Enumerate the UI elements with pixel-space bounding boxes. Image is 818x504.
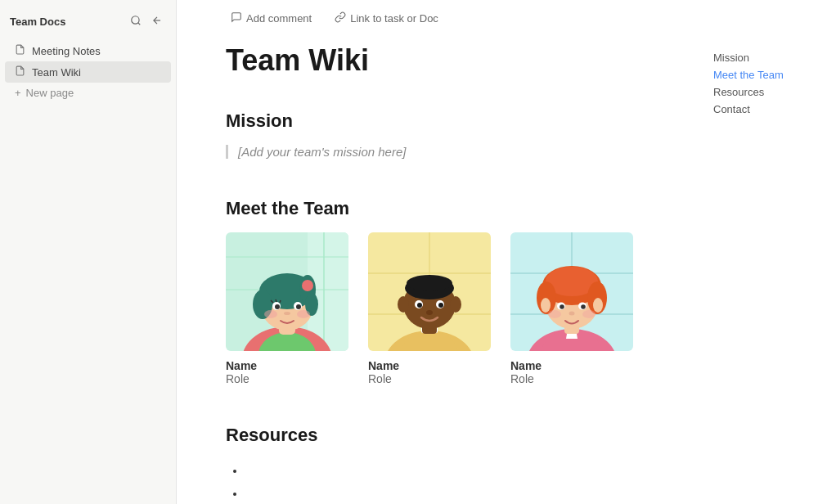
- svg-point-14: [302, 280, 313, 291]
- svg-point-64: [582, 310, 596, 318]
- mission-section: Mission [Add your team's mission here]: [226, 110, 654, 159]
- content-area: Add comment Link to task or Doc Team Wik…: [177, 0, 703, 504]
- svg-point-42: [426, 310, 433, 315]
- sidebar-item-label: Team Wiki: [32, 66, 81, 79]
- sidebar-item-meeting-notes[interactable]: Meeting Notes: [5, 40, 171, 61]
- svg-point-43: [398, 296, 409, 313]
- resources-section: Resources: [226, 425, 654, 504]
- sidebar: Team Docs Meeting Notes Team Wiki + New …: [0, 0, 177, 504]
- member-2-role: Role: [368, 372, 491, 385]
- team-section: Meet the Team: [226, 198, 654, 385]
- svg-point-66: [593, 298, 603, 313]
- svg-line-1: [138, 23, 141, 25]
- member-2-name: Name: [368, 359, 491, 372]
- list-item[interactable]: [245, 459, 654, 482]
- svg-point-20: [296, 304, 301, 309]
- new-page-button[interactable]: + New page: [5, 83, 171, 103]
- main-area: Add comment Link to task or Doc Team Wik…: [177, 0, 818, 504]
- document-icon: [15, 44, 25, 57]
- sidebar-item-team-wiki[interactable]: Team Wiki: [5, 61, 171, 83]
- toc-contact[interactable]: Contact: [713, 101, 808, 118]
- svg-point-61: [581, 304, 586, 309]
- comment-icon: [231, 11, 242, 25]
- team-heading: Meet the Team: [226, 198, 654, 219]
- link-button[interactable]: Link to task or Doc: [330, 8, 443, 29]
- avatar-1: [226, 232, 348, 351]
- svg-point-37: [407, 275, 452, 291]
- svg-line-22: [276, 299, 276, 302]
- member-1-role: Role: [226, 372, 348, 385]
- svg-point-44: [450, 296, 461, 313]
- svg-point-24: [284, 312, 290, 315]
- avatar-2: [368, 232, 491, 351]
- toc-resources[interactable]: Resources: [713, 83, 808, 101]
- resources-list: [245, 459, 654, 504]
- team-grid: Name Role: [226, 232, 654, 385]
- plus-icon: +: [15, 87, 21, 99]
- sidebar-title: Team Docs: [10, 16, 65, 28]
- member-3-role: Role: [510, 372, 633, 385]
- team-card-3: Name Role: [510, 232, 633, 385]
- resources-heading: Resources: [226, 425, 654, 446]
- svg-point-62: [569, 312, 575, 316]
- toc-mission[interactable]: Mission: [713, 49, 808, 66]
- member-3-name: Name: [510, 359, 633, 372]
- svg-point-41: [438, 303, 443, 308]
- svg-point-19: [275, 304, 280, 309]
- svg-point-65: [541, 298, 551, 313]
- add-comment-label: Add comment: [246, 12, 312, 25]
- svg-point-60: [560, 304, 564, 309]
- member-1-name: Name: [226, 359, 348, 372]
- svg-point-63: [548, 310, 561, 318]
- new-page-label: New page: [26, 87, 74, 99]
- collapse-button[interactable]: [148, 13, 166, 30]
- link-label: Link to task or Doc: [350, 12, 438, 25]
- avatar-3: [510, 232, 633, 351]
- list-item[interactable]: [245, 482, 654, 504]
- search-button[interactable]: [127, 13, 145, 30]
- table-of-contents: Mission Meet the Team Resources Contact: [703, 0, 818, 504]
- mission-heading: Mission: [226, 110, 654, 132]
- svg-point-25: [264, 310, 277, 318]
- svg-point-26: [297, 310, 310, 318]
- svg-point-0: [132, 16, 139, 24]
- document-icon: [15, 65, 25, 79]
- sidebar-header: Team Docs: [0, 7, 176, 37]
- toolbar: Add comment Link to task or Doc: [226, 0, 654, 37]
- team-card-1: Name Role: [226, 232, 348, 385]
- team-card-2: Name Role: [368, 232, 491, 385]
- svg-line-23: [280, 300, 281, 303]
- add-comment-button[interactable]: Add comment: [226, 8, 317, 29]
- link-icon: [335, 11, 346, 25]
- sidebar-item-label: Meeting Notes: [32, 45, 101, 57]
- toc-meet-team[interactable]: Meet the Team: [713, 66, 808, 83]
- page-title: Team Wiki: [226, 43, 654, 78]
- sidebar-icons: [127, 13, 166, 30]
- mission-placeholder[interactable]: [Add your team's mission here]: [226, 145, 654, 159]
- svg-point-40: [417, 303, 422, 308]
